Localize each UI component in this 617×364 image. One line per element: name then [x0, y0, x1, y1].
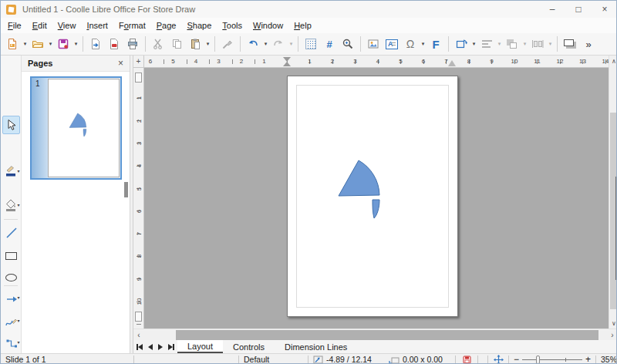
close-button[interactable]: ×	[592, 1, 617, 18]
save-dropdown[interactable]: ▾	[72, 35, 79, 53]
export-button[interactable]	[86, 35, 105, 53]
redo-dropdown[interactable]: ▾	[288, 35, 295, 53]
copy-button[interactable]	[167, 35, 186, 53]
ruler-margin-marker[interactable]	[448, 60, 456, 66]
drawing-canvas[interactable]	[144, 68, 609, 329]
horizontal-scrollbar-thumb[interactable]	[176, 330, 598, 340]
ruler-label: 14	[602, 58, 609, 65]
zoom-in-button[interactable]: +	[585, 354, 591, 364]
rectangle-tool[interactable]	[2, 247, 20, 265]
horizontal-scrollbar[interactable]: ‹ ›	[133, 329, 617, 340]
align-objects-dropdown[interactable]: ▾	[496, 35, 503, 53]
undo-button[interactable]	[244, 35, 262, 53]
scroll-up-button[interactable]: ∧	[609, 56, 617, 66]
special-character-button[interactable]: Ω	[401, 35, 420, 53]
open-folder-icon	[32, 38, 44, 50]
display-grid-button[interactable]	[302, 35, 320, 53]
special-character-dropdown[interactable]: ▾	[420, 35, 427, 53]
insert-text-box-button[interactable]: A	[383, 35, 401, 53]
next-page-button[interactable]	[158, 344, 163, 350]
snap-guides-button[interactable]: #	[320, 35, 339, 53]
insert-image-button[interactable]	[364, 35, 383, 53]
menu-window[interactable]: Window	[248, 19, 288, 32]
pages-panel-close-icon[interactable]: ×	[118, 58, 123, 69]
ruler-label: 13	[579, 58, 586, 65]
arrange-icon	[507, 39, 518, 49]
vertical-ruler[interactable]: 12345678910	[133, 68, 144, 329]
menu-insert[interactable]: Insert	[81, 19, 113, 32]
zoom-button[interactable]	[339, 35, 357, 53]
toolbar-overflow-button[interactable]: »	[579, 35, 598, 53]
distribute-dropdown[interactable]: ▾	[547, 35, 554, 53]
line-color-dropdown[interactable]: ▾	[15, 168, 22, 174]
ruler-label: 5	[136, 187, 143, 190]
menu-edit[interactable]: Edit	[27, 19, 52, 32]
zoom-slider-thumb[interactable]	[536, 356, 540, 364]
arrange-dropdown[interactable]: ▾	[521, 35, 528, 53]
menu-format[interactable]: Format	[113, 19, 151, 32]
open-dropdown[interactable]: ▾	[47, 35, 54, 53]
ruler-label: 5	[399, 58, 402, 65]
titlebar[interactable]: Untitled 1 - Coolle Libre Office For Sto…	[1, 1, 617, 18]
paste-dropdown[interactable]: ▾	[204, 35, 211, 53]
ruler-label: 10	[136, 298, 143, 305]
tab-dimension-lines[interactable]: Dimension Lines	[275, 340, 357, 353]
transformations-dropdown[interactable]: ▾	[470, 35, 477, 53]
distribute-selection-button[interactable]	[528, 35, 547, 53]
menu-shape[interactable]: Shape	[181, 19, 217, 32]
select-tool[interactable]	[2, 116, 20, 134]
save-button[interactable]	[54, 35, 72, 53]
maximize-button[interactable]: □	[565, 1, 592, 18]
ellipse-tool[interactable]	[2, 268, 20, 287]
zoom-out-button[interactable]: −	[514, 354, 519, 364]
transformations-button[interactable]	[452, 35, 470, 53]
ruler-margin-marker[interactable]	[135, 72, 142, 83]
fill-color-dropdown[interactable]: ▾	[15, 202, 22, 207]
page-style[interactable]: Default	[239, 354, 308, 364]
connectors-dropdown[interactable]: ▾	[15, 339, 22, 345]
zoom-level[interactable]: 35%	[596, 354, 617, 364]
pie-wedge-shape[interactable]	[339, 160, 379, 196]
scroll-down-button[interactable]: ∨	[609, 318, 617, 329]
first-page-button[interactable]	[137, 344, 143, 350]
align-objects-button[interactable]	[477, 35, 496, 53]
pages-panel-scrollbar[interactable]	[124, 182, 128, 197]
new-document-button[interactable]	[3, 35, 22, 53]
sliver-shape[interactable]	[373, 200, 379, 218]
open-button[interactable]	[29, 35, 47, 53]
undo-dropdown[interactable]: ▾	[262, 35, 269, 53]
menu-file[interactable]: File	[2, 19, 27, 32]
minimize-button[interactable]: –	[539, 1, 565, 18]
scroll-left-button[interactable]: ‹	[133, 329, 144, 341]
line-tool[interactable]	[2, 224, 20, 242]
shadow-button[interactable]	[561, 35, 579, 53]
curves-and-polygons-dropdown[interactable]: ▾	[15, 318, 22, 323]
horizontal-ruler[interactable]: 654321123456789101112131415	[144, 56, 609, 68]
menu-tools[interactable]: Tools	[217, 19, 248, 32]
fontwork-button[interactable]: F	[427, 35, 445, 53]
redo-button[interactable]	[269, 35, 288, 53]
arrange-button[interactable]	[503, 35, 521, 53]
window-title: Untitled 1 - Coolle Libre Office For Sto…	[22, 5, 195, 14]
paste-button[interactable]	[186, 35, 204, 53]
last-page-button[interactable]	[168, 344, 174, 350]
menu-view[interactable]: View	[52, 19, 82, 32]
menu-page[interactable]: Page	[151, 19, 182, 32]
ruler-margin-marker[interactable]	[135, 312, 142, 322]
drawing-page[interactable]	[287, 76, 458, 317]
export-pdf-button[interactable]	[105, 35, 123, 53]
scroll-right-button[interactable]: ›	[607, 329, 617, 341]
page-thumbnail[interactable]: 1	[30, 76, 122, 180]
new-document-dropdown[interactable]: ▾	[22, 35, 29, 53]
lines-and-arrows-dropdown[interactable]: ▾	[15, 295, 22, 300]
zoom-slider-track[interactable]	[522, 356, 582, 364]
menu-help[interactable]: Help	[288, 19, 317, 32]
clone-formatting-button[interactable]	[218, 35, 237, 53]
previous-page-button[interactable]	[148, 344, 153, 350]
fit-page-icon[interactable]	[494, 355, 504, 364]
cut-button[interactable]	[149, 35, 167, 53]
print-button[interactable]	[123, 35, 142, 53]
tab-layout[interactable]: Layout	[177, 340, 223, 353]
tab-controls[interactable]: Controls	[223, 340, 275, 353]
ruler-origin[interactable]: +	[133, 56, 144, 68]
